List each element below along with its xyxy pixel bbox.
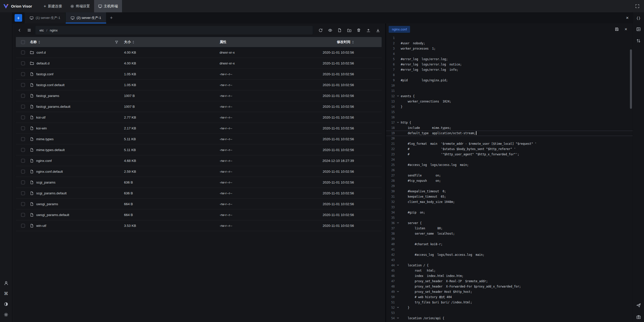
editor-close-icon[interactable]: × bbox=[623, 26, 629, 32]
row-checkbox[interactable] bbox=[21, 94, 25, 98]
row-checkbox[interactable] bbox=[21, 191, 25, 195]
menu-host-terminal[interactable]: 主机终端 bbox=[94, 0, 122, 12]
file-mtime: 2020-11-01 10:02:56 bbox=[315, 137, 382, 141]
editor-file-tab[interactable]: nginx.conf bbox=[389, 26, 410, 33]
file-name[interactable]: uwsgi_params bbox=[36, 202, 58, 206]
download-icon[interactable] bbox=[374, 26, 382, 34]
terminal-tab[interactable]: (2) server-生产-1 bbox=[66, 12, 107, 23]
settings-gear-icon[interactable] bbox=[4, 312, 8, 317]
refresh-icon[interactable] bbox=[317, 26, 324, 34]
file-name[interactable]: fastcgi.conf bbox=[36, 72, 53, 76]
row-checkbox[interactable] bbox=[21, 72, 25, 76]
file-name[interactable]: uwsgi_params.default bbox=[36, 213, 69, 217]
file-row[interactable]: fastcgi_params.default 1007 B -rw-r--r--… bbox=[16, 101, 382, 112]
file-row[interactable]: fastcgi_params 1007 B -rw-r--r-- 2020-11… bbox=[16, 90, 382, 101]
layout-panels-icon[interactable] bbox=[636, 27, 641, 31]
screenshot-camera-icon[interactable] bbox=[636, 315, 641, 319]
row-checkbox[interactable] bbox=[21, 224, 25, 228]
file-name[interactable]: win-utf bbox=[36, 224, 46, 228]
row-checkbox[interactable] bbox=[21, 170, 25, 173]
file-name[interactable]: fastcgi_params.default bbox=[36, 105, 70, 109]
file-name[interactable]: mime.types.default bbox=[36, 148, 65, 152]
upload-icon[interactable] bbox=[365, 26, 372, 34]
fold-chevron-icon[interactable] bbox=[397, 289, 399, 295]
file-row[interactable]: mime.types.default 5.11 KB -rw-r--r-- 20… bbox=[16, 145, 382, 155]
menu-terminal-settings[interactable]: 终端设置 bbox=[66, 0, 94, 12]
file-name[interactable]: nginx.conf bbox=[36, 159, 52, 163]
file-row[interactable]: nginx.conf 4.68 KB -rw-r--r-- 2024-12-10… bbox=[16, 155, 382, 166]
select-all-checkbox[interactable] bbox=[21, 40, 25, 44]
file-name[interactable]: nginx.conf.default bbox=[36, 170, 63, 173]
sort-mtime-icon[interactable] bbox=[352, 41, 354, 44]
file-row[interactable]: uwsgi_params.default 664 B -rw-r--r-- 20… bbox=[16, 209, 382, 220]
row-checkbox[interactable] bbox=[21, 61, 25, 65]
line-number: 15 bbox=[386, 110, 395, 115]
sort-name-icon[interactable] bbox=[38, 41, 40, 44]
row-checkbox[interactable] bbox=[21, 105, 25, 109]
file-row[interactable]: mime.types 5.11 KB -rw-r--r-- 2020-11-01… bbox=[16, 134, 382, 145]
filter-icon[interactable] bbox=[115, 40, 118, 44]
fold-chevron-icon[interactable] bbox=[397, 305, 399, 310]
new-folder-icon[interactable] bbox=[345, 26, 353, 34]
row-checkbox[interactable] bbox=[21, 148, 25, 152]
terminal-tab[interactable]: (1) server-生产-1 bbox=[25, 12, 66, 23]
user-icon[interactable] bbox=[4, 281, 9, 285]
file-row[interactable]: default.d 4.00 KB drwxr-xr-x 2020-11-01 … bbox=[16, 58, 382, 69]
file-name[interactable]: mime.types bbox=[36, 137, 54, 141]
editor-scrollbar[interactable] bbox=[630, 49, 632, 109]
swap-vertical-icon[interactable] bbox=[636, 39, 641, 43]
file-name[interactable]: scgi_params bbox=[36, 181, 56, 184]
json-braces-icon[interactable]: {} bbox=[636, 16, 641, 20]
back-button[interactable] bbox=[16, 26, 23, 34]
file-row[interactable]: scgi_params.default 636 B -rw-r--r-- 202… bbox=[16, 188, 382, 199]
breadcrumb-item-nginx[interactable]: nginx bbox=[50, 28, 58, 32]
show-hidden-eye-icon[interactable] bbox=[326, 26, 334, 34]
menu-new-connection[interactable]: + 新建连接 bbox=[40, 0, 66, 12]
row-checkbox[interactable] bbox=[21, 83, 25, 87]
new-terminal-button[interactable]: + bbox=[15, 14, 22, 22]
row-checkbox[interactable] bbox=[21, 137, 25, 141]
sort-size-icon[interactable] bbox=[132, 41, 134, 44]
command-icon[interactable]: ⌘ bbox=[4, 292, 8, 296]
file-row[interactable]: scgi_params 636 B -rw-r--r-- 2020-11-01 … bbox=[16, 177, 382, 188]
row-checkbox[interactable] bbox=[21, 159, 25, 163]
file-name[interactable]: scgi_params.default bbox=[36, 191, 67, 195]
row-checkbox[interactable] bbox=[21, 51, 25, 54]
file-name[interactable]: conf.d bbox=[36, 51, 46, 54]
close-icon[interactable]: × bbox=[625, 15, 630, 21]
file-row[interactable]: uwsgi_params 664 B -rw-r--r-- 2020-11-01… bbox=[16, 199, 382, 209]
delete-trash-icon[interactable] bbox=[355, 26, 363, 34]
row-checkbox[interactable] bbox=[21, 181, 25, 184]
fold-chevron-icon[interactable] bbox=[397, 120, 399, 125]
theme-icon[interactable] bbox=[4, 302, 8, 306]
file-row[interactable]: conf.d 4.00 KB drwxr-xr-x 2020-11-01 10:… bbox=[16, 47, 382, 58]
send-command-icon[interactable] bbox=[636, 303, 641, 308]
row-checkbox[interactable] bbox=[21, 116, 25, 119]
file-row[interactable]: win-utf 3.53 KB -rw-r--r-- 2020-11-01 10… bbox=[16, 220, 382, 231]
file-row[interactable]: fastcgi.conf 1.05 KB -rw-r--r-- 2020-11-… bbox=[16, 69, 382, 80]
row-checkbox[interactable] bbox=[21, 213, 25, 217]
row-checkbox[interactable] bbox=[21, 202, 25, 206]
file-name[interactable]: default.d bbox=[36, 61, 50, 65]
save-icon[interactable] bbox=[614, 26, 620, 32]
fold-chevron-icon[interactable] bbox=[397, 221, 399, 226]
fullscreen-icon[interactable] bbox=[634, 3, 640, 10]
fold-chevron-icon[interactable] bbox=[397, 94, 399, 99]
fold-chevron-icon[interactable] bbox=[397, 263, 399, 268]
row-checkbox[interactable] bbox=[21, 126, 25, 130]
file-name[interactable]: koi-win bbox=[36, 126, 47, 130]
file-name[interactable]: fastcgi_params bbox=[36, 94, 59, 98]
add-tab-button[interactable]: + bbox=[106, 15, 116, 21]
file-row[interactable]: fastcgi.conf.default 1.05 KB -rw-r--r-- … bbox=[16, 80, 382, 90]
list-view-icon[interactable] bbox=[25, 26, 33, 34]
file-row[interactable]: koi-utf 2.77 KB -rw-r--r-- 2020-11-01 10… bbox=[16, 112, 382, 123]
code-editor[interactable]: 1 2 bbox=[386, 35, 633, 322]
new-file-icon[interactable] bbox=[336, 26, 343, 34]
file-row[interactable]: koi-win 2.17 KB -rw-r--r-- 2020-11-01 10… bbox=[16, 123, 382, 134]
file-name[interactable]: koi-utf bbox=[36, 116, 46, 119]
file-row[interactable]: nginx.conf.default 2.59 KB -rw-r--r-- 20… bbox=[16, 166, 382, 177]
fold-chevron-icon[interactable] bbox=[397, 316, 399, 321]
breadcrumb-item-etc[interactable]: etc bbox=[39, 28, 44, 32]
file-perms: drwxr-xr-x bbox=[220, 51, 315, 54]
file-name[interactable]: fastcgi.conf.default bbox=[36, 83, 65, 87]
